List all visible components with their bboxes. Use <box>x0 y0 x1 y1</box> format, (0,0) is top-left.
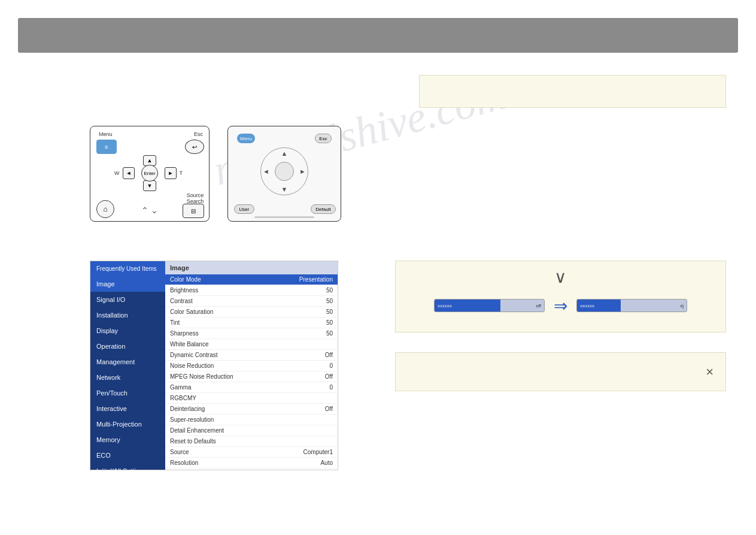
sidebar-item-display[interactable]: Display <box>90 323 165 338</box>
slider1-container: xxxxxx off <box>434 299 545 312</box>
dpad-down[interactable]: ▼ <box>143 180 156 191</box>
menu-row-mpeg-noise[interactable]: MPEG Noise Reduction Off <box>165 371 338 382</box>
menu-sidebar: Frequently Used Items Image Signal I/O I… <box>90 261 165 470</box>
trapezoid-controls: ⌃ ⌄ <box>141 205 158 215</box>
right-mid-panel: ∨ xxxxxx off ⇒ xxxxxx xj <box>395 261 726 333</box>
sidebar-item-operation[interactable]: Operation <box>90 338 165 354</box>
sidebar-item-interactive[interactable]: Interactive <box>90 401 165 416</box>
sidebar-item-image[interactable]: Image <box>90 276 165 292</box>
sidebar-item-eco[interactable]: ECO <box>90 448 165 463</box>
sidebar-item-management[interactable]: Management <box>90 354 165 370</box>
dpad-right[interactable]: ► <box>165 167 177 179</box>
menu-content: Image Color Mode Presentation Brightness… <box>165 261 338 470</box>
menu-row-rgbcmy[interactable]: RGBCMY <box>165 393 338 404</box>
rr-dpad-down[interactable]: ▼ <box>281 186 288 193</box>
slider-arrow-icon: ⇒ <box>554 296 567 316</box>
enter-button[interactable]: Enter <box>141 165 158 182</box>
close-icon[interactable]: × <box>706 364 714 380</box>
rr-dpad-left[interactable]: ◄ <box>263 168 269 175</box>
right-bottom-panel: × <box>395 352 726 391</box>
menu-row-resolution[interactable]: Resolution Auto <box>165 458 338 468</box>
menu-row-color-saturation[interactable]: Color Saturation 50 <box>165 307 338 318</box>
menu-row-dynamic-contrast[interactable]: Dynamic Contrast Off <box>165 350 338 361</box>
sidebar-item-frequently-used[interactable]: Frequently Used Items <box>90 261 165 276</box>
sidebar-item-memory[interactable]: Memory <box>90 432 165 448</box>
rr-esc-button[interactable]: Esc <box>315 134 332 143</box>
slider-area: xxxxxx off ⇒ xxxxxx xj <box>434 296 687 316</box>
menu-row-deinterlacing[interactable]: Deinterlacing Off <box>165 404 338 415</box>
sidebar-item-network[interactable]: Network <box>90 370 165 385</box>
sidebar-item-multi-projection[interactable]: Multi-Projection <box>90 416 165 432</box>
esc-label: Esc <box>194 131 203 137</box>
sidebar-item-signal-io[interactable]: Signal I/O <box>90 292 165 307</box>
rr-dpad: ▲ ▼ ◄ ► <box>260 147 308 195</box>
menu-row-tint[interactable]: Tint 50 <box>165 318 338 328</box>
w-label: W <box>114 170 120 176</box>
rr-user-button[interactable]: User <box>234 204 254 214</box>
chevron-down-icon: ∨ <box>554 267 567 287</box>
rr-default-button[interactable]: Default <box>311 204 336 214</box>
t-label: T <box>180 170 183 176</box>
sidebar-item-initial-all-settings[interactable]: Initial/All Settings <box>90 463 165 470</box>
menu-row-reset-defaults[interactable]: Reset to Defaults <box>165 436 338 447</box>
source-search-button[interactable]: ⊟ <box>183 204 204 218</box>
menu-row-gamma[interactable]: Gamma 0 <box>165 382 338 393</box>
slider2-container: xxxxxx xj <box>576 299 687 312</box>
dpad-left[interactable]: ◄ <box>123 167 135 179</box>
sidebar-item-installation[interactable]: Installation <box>90 307 165 323</box>
menu-row-super-resolution[interactable]: Super-resolution <box>165 415 338 425</box>
menu-row-source[interactable]: Source Computer1 <box>165 447 338 458</box>
controller-left: Menu ≡ Esc ↩ ▲ ▼ ◄ W ► T Enter Home <box>90 126 210 222</box>
menu-row-detail-enhancement[interactable]: Detail Enhancement <box>165 425 338 436</box>
menu-panel: Frequently Used Items Image Signal I/O I… <box>90 261 338 470</box>
menu-row-noise-reduction[interactable]: Noise Reduction 0 <box>165 361 338 371</box>
menu-row-contrast[interactable]: Contrast 50 <box>165 296 338 307</box>
controller-right: Menu Esc ▲ ▼ ◄ ► User Default <box>227 126 341 222</box>
menu-row-white-balance[interactable]: White Balance <box>165 339 338 350</box>
remote-left-diagram: Menu ≡ Esc ↩ ▲ ▼ ◄ W ► T Enter Home <box>90 126 341 228</box>
menu-row-sharpness[interactable]: Sharpness 50 <box>165 328 338 339</box>
rr-menu-button[interactable]: Menu <box>237 134 255 143</box>
menu-content-header: Image <box>165 261 338 274</box>
menu-button[interactable]: ≡ <box>96 140 117 154</box>
right-top-info-box <box>419 75 726 108</box>
rr-bottom-bar <box>254 216 314 218</box>
slider2-bar[interactable]: xxxxxx xj <box>576 299 687 312</box>
slider1-bar[interactable]: xxxxxx off <box>434 299 545 312</box>
rr-dpad-center[interactable] <box>275 162 294 181</box>
source-search-label: SourceSearch <box>184 192 207 204</box>
home-button[interactable]: ⌂ <box>96 200 114 218</box>
menu-row-brightness[interactable]: Brightness 50 <box>165 285 338 296</box>
rr-dpad-up[interactable]: ▲ <box>281 150 288 157</box>
menu-label: Menu <box>99 131 113 137</box>
menu-row-color-mode[interactable]: Color Mode Presentation <box>165 274 338 285</box>
rr-dpad-right[interactable]: ► <box>299 168 306 175</box>
header-bar <box>18 18 738 53</box>
sidebar-item-pen-touch[interactable]: Pen/Touch <box>90 385 165 401</box>
esc-button[interactable]: ↩ <box>185 140 204 154</box>
